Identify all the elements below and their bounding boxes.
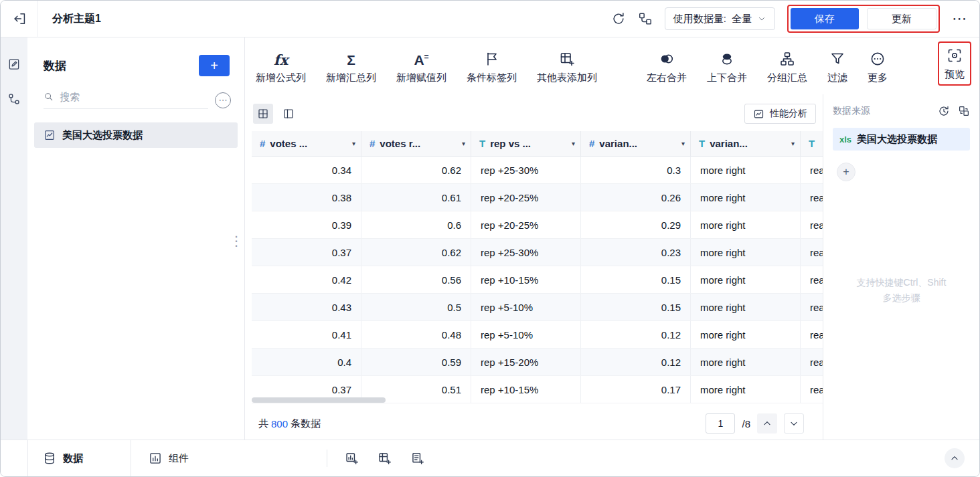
column-header[interactable]: Tvarian...▾ (691, 131, 801, 157)
search-field[interactable] (44, 91, 208, 109)
number-type-icon: # (589, 138, 594, 149)
table-cell: rea (801, 211, 824, 238)
column-header[interactable]: Trep vs ...▾ (471, 131, 581, 157)
switch-icon[interactable] (958, 105, 970, 117)
page-down-button[interactable] (784, 413, 804, 434)
table-cell: 0.3 (581, 157, 691, 183)
refresh-icon[interactable] (611, 11, 626, 26)
table-cell: more right (691, 211, 801, 238)
toolbar-item-merge-left-right[interactable]: 左右合并 (647, 50, 687, 84)
dataset-icon (44, 129, 56, 141)
column-header[interactable]: #votes r...▾ (361, 131, 471, 157)
table-row: 0.420.56rep +10-15%0.15more rightrea (252, 266, 824, 294)
xls-file-icon: xls (839, 134, 851, 145)
venn-horizontal-icon (659, 50, 675, 67)
toolbar-item-preview[interactable]: 预览 (945, 46, 965, 81)
edit-panel-icon[interactable] (7, 58, 21, 71)
toolbar-item-add-assign-column[interactable]: A=新增赋值列 (396, 50, 446, 84)
add-dataset-button[interactable]: + (199, 55, 230, 76)
tab-widget-label: 组件 (169, 452, 189, 465)
collapse-button[interactable] (945, 448, 965, 468)
toolbar-item-more[interactable]: 更多 (868, 50, 888, 84)
table-cell: 0.37 (252, 239, 361, 266)
column-dropdown-icon[interactable]: ▾ (462, 140, 465, 147)
page-number-input[interactable] (706, 413, 735, 434)
table-row: 0.430.5rep +5-10%0.15more rightrea (252, 294, 824, 321)
table-cell: more right (691, 294, 801, 320)
table-cell: 0.43 (252, 294, 361, 320)
table-cell: rea (801, 349, 824, 375)
column-header[interactable]: #varian...▾ (581, 131, 691, 157)
chevron-down-icon (789, 418, 799, 429)
table-cell: rea (801, 184, 824, 211)
bottom-bar: 数据 组件 (1, 440, 979, 476)
table-cell: 0.56 (361, 266, 471, 293)
add-chart-button[interactable] (345, 452, 359, 466)
table-cell: 0.6 (361, 211, 471, 238)
tab-data[interactable]: 数据 (27, 440, 131, 476)
column-dropdown-icon[interactable]: ▾ (791, 140, 795, 147)
search-input[interactable] (60, 91, 208, 102)
data-volume-dropdown[interactable]: 使用数据量: 全量 (665, 7, 775, 30)
column-header[interactable]: #votes ...▾ (252, 131, 361, 157)
text-type-icon: T (479, 138, 485, 149)
save-button[interactable]: 保存 (791, 8, 859, 29)
table-cell: 0.41 (252, 321, 361, 348)
table-cell: 0.17 (581, 376, 691, 403)
table-cell: rep +20-25% (471, 184, 581, 211)
horizontal-scrollbar[interactable] (252, 397, 386, 403)
table-cell: rep +25-30% (471, 157, 581, 183)
page-up-button[interactable] (757, 413, 777, 434)
add-step-button[interactable]: + (837, 163, 855, 181)
flow-panel-icon[interactable] (7, 92, 21, 106)
toolbar-item-group-summary[interactable]: 分组汇总 (767, 50, 807, 84)
panel-resize-handle[interactable]: ⋮ (228, 233, 244, 249)
more-menu-button[interactable]: ⋯ (952, 11, 967, 26)
exit-icon[interactable] (13, 11, 27, 26)
table-cell: more right (691, 266, 801, 293)
dataset-list-item[interactable]: 美国大选投票数据 (34, 122, 238, 148)
table-cell: 0.12 (581, 321, 691, 348)
tab-widget[interactable]: 组件 (131, 440, 206, 476)
topbar-divider (37, 1, 37, 37)
topbar: 分析主题1 使用数据量: 全量 保存 更新 ⋯ (1, 1, 979, 37)
toolbar-item-condition-tag-column[interactable]: 条件标签列 (467, 50, 517, 84)
bottom-bar-divider (327, 450, 327, 467)
fx-icon: fx (274, 50, 289, 67)
toolbar-item-add-summary-column[interactable]: Σ新增汇总列 (326, 50, 376, 84)
table-cell: more right (691, 321, 801, 348)
toolbar-item-filter[interactable]: 过滤 (827, 50, 847, 84)
data-volume-value: 全量 (732, 13, 752, 25)
card-view-toggle[interactable] (278, 104, 299, 124)
table-cell: more right (691, 184, 801, 211)
table-cell: rep +5-10% (471, 294, 581, 320)
table-cell: 0.12 (581, 349, 691, 375)
update-button[interactable]: 更新 (867, 8, 936, 29)
annotation-preview: 预览 (938, 41, 971, 86)
column-dropdown-icon[interactable]: ▾ (352, 140, 355, 147)
pagination: /8 (706, 413, 804, 434)
history-icon[interactable] (938, 105, 950, 117)
add-table-button[interactable] (378, 452, 392, 466)
performance-label: 性能分析 (770, 108, 807, 120)
table-cell: rea (801, 157, 824, 183)
toolbar-item-other-table-column[interactable]: 其他表添加列 (537, 50, 597, 84)
column-dropdown-icon[interactable]: ▾ (681, 140, 685, 147)
lineage-icon[interactable] (638, 11, 653, 26)
table-cell: 0.62 (361, 239, 471, 266)
grid-view-toggle[interactable] (253, 104, 273, 124)
search-options-button[interactable]: ⋯ (215, 92, 231, 108)
assign-icon: A= (414, 50, 428, 67)
row-count: 共 800 条数据 (252, 417, 321, 430)
add-doc-button[interactable] (410, 452, 424, 466)
toolbar-item-add-formula-column[interactable]: fx新增公式列 (256, 50, 306, 84)
performance-analysis-button[interactable]: 性能分析 (744, 104, 816, 124)
column-dropdown-icon[interactable]: ▾ (572, 140, 575, 147)
table-cell: 0.39 (252, 211, 361, 238)
column-header[interactable]: T▾ (801, 131, 824, 157)
source-step-item[interactable]: xls 美国大选投票数据 (833, 128, 970, 151)
toolbar-item-merge-top-bottom[interactable]: 上下合并 (707, 50, 747, 84)
table-row: 0.380.61rep +20-25%0.26more rightrea (252, 184, 824, 211)
number-type-icon: # (260, 138, 265, 149)
table-cell: 0.48 (361, 321, 471, 348)
